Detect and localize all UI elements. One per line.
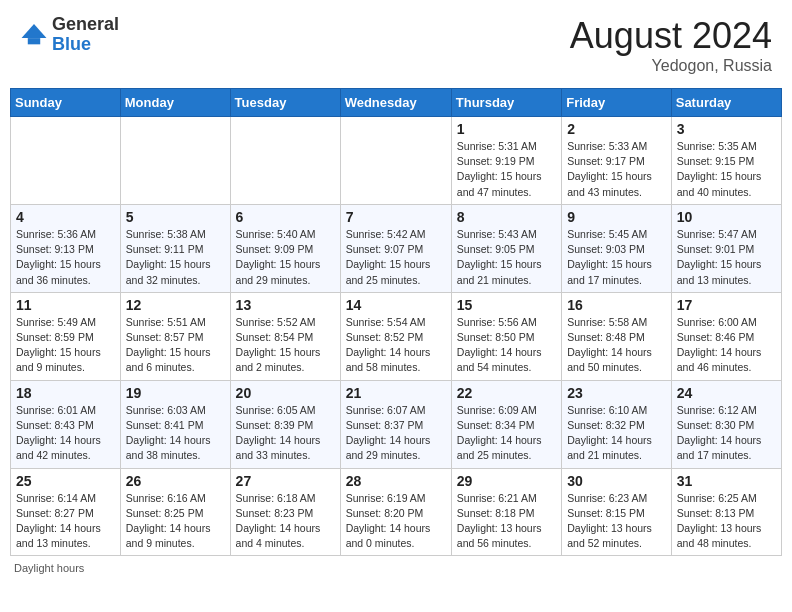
calendar-cell (120, 117, 230, 205)
day-number: 4 (16, 209, 115, 225)
day-number: 15 (457, 297, 556, 313)
calendar-cell (230, 117, 340, 205)
calendar-week-row: 1Sunrise: 5:31 AMSunset: 9:19 PMDaylight… (11, 117, 782, 205)
day-number: 17 (677, 297, 776, 313)
daylight-hours-label: Daylight hours (14, 562, 84, 574)
day-info: Sunrise: 6:14 AMSunset: 8:27 PMDaylight:… (16, 491, 115, 552)
day-number: 19 (126, 385, 225, 401)
day-number: 7 (346, 209, 446, 225)
day-info: Sunrise: 6:00 AMSunset: 8:46 PMDaylight:… (677, 315, 776, 376)
day-info: Sunrise: 6:19 AMSunset: 8:20 PMDaylight:… (346, 491, 446, 552)
calendar-cell: 15Sunrise: 5:56 AMSunset: 8:50 PMDayligh… (451, 292, 561, 380)
day-info: Sunrise: 5:51 AMSunset: 8:57 PMDaylight:… (126, 315, 225, 376)
day-info: Sunrise: 5:52 AMSunset: 8:54 PMDaylight:… (236, 315, 335, 376)
day-number: 10 (677, 209, 776, 225)
title-block: August 2024 Yedogon, Russia (570, 15, 772, 75)
day-of-week-header: Sunday (11, 89, 121, 117)
day-number: 8 (457, 209, 556, 225)
day-info: Sunrise: 6:01 AMSunset: 8:43 PMDaylight:… (16, 403, 115, 464)
day-info: Sunrise: 6:03 AMSunset: 8:41 PMDaylight:… (126, 403, 225, 464)
day-number: 3 (677, 121, 776, 137)
day-info: Sunrise: 6:18 AMSunset: 8:23 PMDaylight:… (236, 491, 335, 552)
day-number: 11 (16, 297, 115, 313)
day-number: 5 (126, 209, 225, 225)
calendar-cell: 13Sunrise: 5:52 AMSunset: 8:54 PMDayligh… (230, 292, 340, 380)
day-info: Sunrise: 6:07 AMSunset: 8:37 PMDaylight:… (346, 403, 446, 464)
day-of-week-header: Saturday (671, 89, 781, 117)
day-of-week-header: Monday (120, 89, 230, 117)
calendar-cell: 18Sunrise: 6:01 AMSunset: 8:43 PMDayligh… (11, 380, 121, 468)
day-info: Sunrise: 5:45 AMSunset: 9:03 PMDaylight:… (567, 227, 666, 288)
day-number: 24 (677, 385, 776, 401)
logo-blue: Blue (52, 35, 119, 55)
calendar-cell: 8Sunrise: 5:43 AMSunset: 9:05 PMDaylight… (451, 204, 561, 292)
logo-icon (20, 21, 48, 49)
day-info: Sunrise: 6:16 AMSunset: 8:25 PMDaylight:… (126, 491, 225, 552)
calendar-cell: 10Sunrise: 5:47 AMSunset: 9:01 PMDayligh… (671, 204, 781, 292)
calendar-cell: 12Sunrise: 5:51 AMSunset: 8:57 PMDayligh… (120, 292, 230, 380)
calendar-header-row: SundayMondayTuesdayWednesdayThursdayFrid… (11, 89, 782, 117)
day-number: 9 (567, 209, 666, 225)
day-info: Sunrise: 5:42 AMSunset: 9:07 PMDaylight:… (346, 227, 446, 288)
day-of-week-header: Friday (562, 89, 672, 117)
day-info: Sunrise: 5:31 AMSunset: 9:19 PMDaylight:… (457, 139, 556, 200)
svg-rect-1 (28, 38, 40, 44)
day-of-week-header: Tuesday (230, 89, 340, 117)
day-number: 28 (346, 473, 446, 489)
calendar-cell: 21Sunrise: 6:07 AMSunset: 8:37 PMDayligh… (340, 380, 451, 468)
calendar-cell: 19Sunrise: 6:03 AMSunset: 8:41 PMDayligh… (120, 380, 230, 468)
calendar-week-row: 11Sunrise: 5:49 AMSunset: 8:59 PMDayligh… (11, 292, 782, 380)
day-info: Sunrise: 5:43 AMSunset: 9:05 PMDaylight:… (457, 227, 556, 288)
day-number: 26 (126, 473, 225, 489)
page-header: General Blue August 2024 Yedogon, Russia (10, 10, 782, 80)
day-number: 14 (346, 297, 446, 313)
logo: General Blue (20, 15, 119, 55)
day-info: Sunrise: 5:49 AMSunset: 8:59 PMDaylight:… (16, 315, 115, 376)
calendar-cell: 26Sunrise: 6:16 AMSunset: 8:25 PMDayligh… (120, 468, 230, 556)
day-number: 18 (16, 385, 115, 401)
day-number: 1 (457, 121, 556, 137)
day-number: 29 (457, 473, 556, 489)
day-number: 6 (236, 209, 335, 225)
calendar-cell: 4Sunrise: 5:36 AMSunset: 9:13 PMDaylight… (11, 204, 121, 292)
day-info: Sunrise: 6:10 AMSunset: 8:32 PMDaylight:… (567, 403, 666, 464)
calendar-cell: 23Sunrise: 6:10 AMSunset: 8:32 PMDayligh… (562, 380, 672, 468)
day-number: 31 (677, 473, 776, 489)
month-year: August 2024 (570, 15, 772, 57)
day-info: Sunrise: 5:56 AMSunset: 8:50 PMDaylight:… (457, 315, 556, 376)
calendar-cell: 31Sunrise: 6:25 AMSunset: 8:13 PMDayligh… (671, 468, 781, 556)
calendar-cell: 25Sunrise: 6:14 AMSunset: 8:27 PMDayligh… (11, 468, 121, 556)
calendar-cell: 22Sunrise: 6:09 AMSunset: 8:34 PMDayligh… (451, 380, 561, 468)
calendar-cell: 24Sunrise: 6:12 AMSunset: 8:30 PMDayligh… (671, 380, 781, 468)
calendar-cell: 16Sunrise: 5:58 AMSunset: 8:48 PMDayligh… (562, 292, 672, 380)
calendar-cell: 9Sunrise: 5:45 AMSunset: 9:03 PMDaylight… (562, 204, 672, 292)
calendar-cell: 2Sunrise: 5:33 AMSunset: 9:17 PMDaylight… (562, 117, 672, 205)
calendar-table: SundayMondayTuesdayWednesdayThursdayFrid… (10, 88, 782, 556)
day-number: 12 (126, 297, 225, 313)
calendar-week-row: 4Sunrise: 5:36 AMSunset: 9:13 PMDaylight… (11, 204, 782, 292)
calendar-cell: 20Sunrise: 6:05 AMSunset: 8:39 PMDayligh… (230, 380, 340, 468)
calendar-cell: 17Sunrise: 6:00 AMSunset: 8:46 PMDayligh… (671, 292, 781, 380)
day-info: Sunrise: 6:12 AMSunset: 8:30 PMDaylight:… (677, 403, 776, 464)
day-info: Sunrise: 5:47 AMSunset: 9:01 PMDaylight:… (677, 227, 776, 288)
day-info: Sunrise: 6:25 AMSunset: 8:13 PMDaylight:… (677, 491, 776, 552)
calendar-cell: 27Sunrise: 6:18 AMSunset: 8:23 PMDayligh… (230, 468, 340, 556)
day-number: 20 (236, 385, 335, 401)
day-info: Sunrise: 5:40 AMSunset: 9:09 PMDaylight:… (236, 227, 335, 288)
day-of-week-header: Thursday (451, 89, 561, 117)
calendar-cell: 6Sunrise: 5:40 AMSunset: 9:09 PMDaylight… (230, 204, 340, 292)
day-info: Sunrise: 6:21 AMSunset: 8:18 PMDaylight:… (457, 491, 556, 552)
calendar-cell (11, 117, 121, 205)
calendar-cell: 28Sunrise: 6:19 AMSunset: 8:20 PMDayligh… (340, 468, 451, 556)
calendar-cell: 5Sunrise: 5:38 AMSunset: 9:11 PMDaylight… (120, 204, 230, 292)
day-info: Sunrise: 5:38 AMSunset: 9:11 PMDaylight:… (126, 227, 225, 288)
day-number: 16 (567, 297, 666, 313)
day-number: 30 (567, 473, 666, 489)
day-info: Sunrise: 5:36 AMSunset: 9:13 PMDaylight:… (16, 227, 115, 288)
calendar-cell: 7Sunrise: 5:42 AMSunset: 9:07 PMDaylight… (340, 204, 451, 292)
calendar-cell (340, 117, 451, 205)
calendar-cell: 29Sunrise: 6:21 AMSunset: 8:18 PMDayligh… (451, 468, 561, 556)
day-info: Sunrise: 5:33 AMSunset: 9:17 PMDaylight:… (567, 139, 666, 200)
calendar-week-row: 25Sunrise: 6:14 AMSunset: 8:27 PMDayligh… (11, 468, 782, 556)
day-number: 23 (567, 385, 666, 401)
